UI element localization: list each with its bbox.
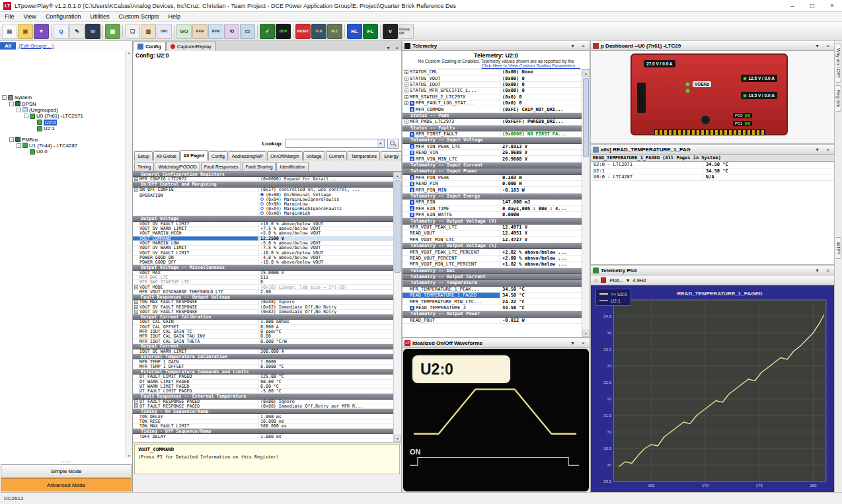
telemetry-row-mfr-fault-log-stat[interactable]: +GMFR_FAULT_LOG_STAT...(0x0) 0 xyxy=(402,100,582,106)
graph-icon[interactable]: G xyxy=(410,175,414,180)
telemetry-row-mfr-ein-watts[interactable]: GMFR_EIN_WATTS0.000W xyxy=(402,212,582,218)
config-row-vout-mode[interactable]: +VOUT_MODE(0x16) Linear, lsb_size = 2^(-… xyxy=(133,285,393,289)
config-tab-timing[interactable]: Timing xyxy=(134,162,154,171)
radio-unselected-icon[interactable] xyxy=(260,202,264,205)
telemetry-row-read-vin[interactable]: GREAD_VIN26.9688 V xyxy=(402,150,582,156)
monitor-icon[interactable]: ▭ xyxy=(240,24,255,39)
temp-row-u2-0-ltc2971[interactable]: U2:0 - LTC297134.50 °C xyxy=(591,162,834,168)
all-groups-button[interactable]: All xyxy=(0,42,16,50)
demo-board-icon[interactable]: ▦ xyxy=(105,24,120,39)
graph-icon[interactable]: G xyxy=(410,200,414,205)
graph-icon[interactable]: G xyxy=(410,101,414,106)
config-row-vout-uv-fault-response[interactable]: +VOUT_UV_FAULT_RESPONSE(0x82) Immediate … xyxy=(133,310,393,314)
tree-expander-icon[interactable]: - xyxy=(24,114,28,118)
config-row-mfr-config-ltc2972[interactable]: +MFR_CONFIG_LTC2972(0x0090) Expand for D… xyxy=(133,177,393,182)
config-row-ton-max-fault-response[interactable]: +TON_MAX_FAULT_RESPONSE(0x88) Ignore xyxy=(133,300,393,305)
config-row-ton-max-fault-limit[interactable]: TON_MAX_FAULT_LIMIT500.000 ms xyxy=(133,424,393,429)
config-tab-config[interactable]: Config xyxy=(208,151,228,161)
graph-icon[interactable]: G xyxy=(410,206,414,211)
radio-unselected-icon[interactable] xyxy=(260,207,264,210)
upc-icon[interactable]: UPC xyxy=(157,24,172,39)
config-row-vout-margin-low[interactable]: VOUT_MARGIN_LOW-5.0 % above/below VOUT xyxy=(133,241,393,246)
config-row-operation[interactable]: OPERATION(0x80) On/Nominal Voltage(0x94)… xyxy=(133,192,393,217)
config-row-on-off-config[interactable]: +ON_OFF_CONFIG(0x17) controlled_on, use_… xyxy=(133,188,393,192)
expand-icon[interactable]: + xyxy=(404,89,408,92)
config-scrollbar[interactable]: ▲ ▼ xyxy=(393,172,401,442)
telemetry-scrollbar[interactable]: ▲ ▼ xyxy=(582,69,590,337)
radio-selected-icon[interactable] xyxy=(260,193,264,196)
tree-item-u0-0[interactable]: U0.0 xyxy=(0,149,132,155)
menu-file[interactable]: File xyxy=(0,13,19,20)
telemetry-row-mfr-vout-min-ltc-percent[interactable]: MFR_VOUT_MIN_LTC_PERCENT+1.82 % above/be… xyxy=(402,262,582,268)
config-row-iout-cal-gain[interactable]: IOUT_CAL_GAIN1.000 mOhms xyxy=(133,320,393,324)
telemetry-row-mfr-ein-time[interactable]: GMFR_EIN_TIME0 days,00h : 00m : 4... xyxy=(402,206,582,212)
operation-option[interactable]: (0x98) MarginLow xyxy=(258,201,393,206)
scroll-up-icon[interactable]: ▲ xyxy=(394,172,401,179)
save-config-icon[interactable]: ▼ xyxy=(34,24,49,39)
config-row-mfr-temp-1-gain[interactable]: MFR_TEMP_1_GAIN1.0000 xyxy=(133,359,393,364)
telemetry-row-mfr-vin-peak-ltc[interactable]: GMFR_VIN_PEAK_LTC27.0313 V xyxy=(402,144,582,150)
verify-chip-icon[interactable]: ✓ xyxy=(260,24,275,39)
radio-unselected-icon[interactable] xyxy=(260,211,264,215)
paste-page-icon[interactable]: ▥ xyxy=(141,24,156,39)
restore-button[interactable]: □ xyxy=(802,2,822,9)
side-tab-wtf[interactable]: WTF? xyxy=(836,237,841,259)
home-icon[interactable]: ⌂ xyxy=(594,277,597,283)
telemetry-row-mfr-temperature-1-peak[interactable]: MFR_TEMPERATURE_1_PEAK...34.50 °C xyxy=(402,287,582,293)
scroll-up-icon[interactable]: ▲ xyxy=(582,69,590,77)
fault-log-icon[interactable]: FL xyxy=(363,24,378,39)
telemetry-row-status-cml[interactable]: +STATUS_CML(0x00) None xyxy=(402,69,582,75)
tree-scrollbar[interactable]: ▲▼ xyxy=(125,51,132,458)
config-row-vout-ov-fault-limit[interactable]: VOUT_OV_FAULT_LIMIT+10.0 % above/below V… xyxy=(133,222,393,227)
config-row-vout-uv-fault-limit[interactable]: VOUT_UV_FAULT_LIMIT-10.0 % above/below V… xyxy=(133,250,393,255)
graph-icon[interactable]: G xyxy=(410,157,414,161)
waveforms-menu-button[interactable]: ▾ xyxy=(568,340,577,346)
chevron-down-icon[interactable]: ▾ xyxy=(627,277,629,283)
telemetry-row-status-vout[interactable]: +STATUS_VOUT(0x00) 0 xyxy=(402,75,582,81)
edit-groups-link[interactable]: (Edit Groups ...) xyxy=(19,43,54,49)
config-row-mfr-iout-cal-gain-tc[interactable]: MFR_IOUT_CAL_GAIN_TC0 ppm/°C xyxy=(133,330,393,334)
tree-item-ungrouped[interactable]: -(Ungrouped) xyxy=(0,107,132,113)
config-tab-temperature[interactable]: Temperature xyxy=(348,151,380,161)
config-tab-addressing-wp[interactable]: Addressing/WP xyxy=(229,151,267,161)
config-row-iout-cal-offset[interactable]: IOUT_CAL_OFFSET0.000 A xyxy=(133,325,393,330)
rail-view-icon[interactable]: RL xyxy=(347,24,362,39)
menu-help[interactable]: Help xyxy=(163,13,185,20)
menu-utilities[interactable]: Utilities xyxy=(85,13,114,20)
telemetry-row-read-vout[interactable]: READ_VOUT12.4951 V xyxy=(402,231,582,236)
telemetry-row-mfr-temperature-min-ltc[interactable]: MFR_TEMPERATURE_MIN_LTC...24.22 °C xyxy=(402,299,582,305)
clear-fault-logs-icon[interactable]: FLC xyxy=(327,24,342,39)
expand-icon[interactable]: + xyxy=(134,177,138,181)
config-row-ut-warn-limit-paged[interactable]: UT_WARN_LIMIT_PAGED0.00 °C xyxy=(133,384,393,389)
config-row-mfr-dac-startup-ltc[interactable]: MFR_DAC_STARTUP_LTC0 xyxy=(133,280,393,285)
config-row-ot-warn-limit-paged[interactable]: OT_WARN_LIMIT_PAGED90.00 °C xyxy=(133,380,393,384)
telemetry-close-button[interactable]: × xyxy=(579,43,588,49)
tree-item-u2-1[interactable]: U2:1 xyxy=(0,126,132,131)
telemetry-row-mfr-pin-min[interactable]: GMFR_PIN_MIN-0.103 W xyxy=(402,187,582,193)
config-row-vout-margin-high[interactable]: VOUT_MARGIN_HIGH+5.0 % above/below VOUT xyxy=(133,231,393,236)
config-row-vout-uv-warn-limit[interactable]: VOUT_UV_WARN_LIMIT-7.5 % above/below VOU… xyxy=(133,246,393,250)
menu-custom-scripts[interactable]: Custom Scripts xyxy=(114,13,163,20)
graph-icon[interactable]: G xyxy=(410,306,414,310)
config-tab-on-off-margin[interactable]: On/Off/Margin xyxy=(267,151,302,161)
go-pc-ram-nvm-icon[interactable]: GO xyxy=(176,24,192,39)
tree-item-pmbus[interactable]: -PMBus xyxy=(0,136,132,142)
plot-menu-button[interactable]: ▾ xyxy=(813,268,822,273)
config-row-vout-ov-fault-response[interactable]: +VOUT_OV_FAULT_RESPONSE(0x82) Immediate … xyxy=(133,305,393,309)
config-row-power-good-on[interactable]: POWER_GOOD_ON-4.0 % above/below VOUT xyxy=(133,256,393,260)
legend-entry-u2-1[interactable]: U2:1 xyxy=(599,297,627,304)
read-fault-logs-icon[interactable]: FLR xyxy=(311,24,326,39)
graph-icon[interactable]: G xyxy=(410,107,414,112)
expand-icon[interactable]: + xyxy=(404,95,408,99)
config-tab-fault-responses[interactable]: Fault Responses xyxy=(201,162,242,171)
scroll-down-icon[interactable]: ▼ xyxy=(394,435,401,442)
tree-expander-icon[interactable]: - xyxy=(2,95,7,100)
copy-page-icon[interactable]: ❏ xyxy=(125,24,140,39)
config-row-ot-fault-response-paged[interactable]: +OT_FAULT_RESPONSE_PAGED(0x88) Immediate… xyxy=(133,404,393,409)
new-system-icon[interactable]: ▤ xyxy=(2,24,17,39)
config-row-mfr-dac-ltc[interactable]: MFR_DAC_LTC511 xyxy=(133,275,393,280)
graph-icon[interactable]: G xyxy=(410,213,414,217)
wizard-icon[interactable]: W xyxy=(85,24,100,39)
config-tab-current[interactable]: Current xyxy=(326,151,348,161)
nvm-to-ram-icon[interactable]: ⟲ xyxy=(224,24,239,39)
